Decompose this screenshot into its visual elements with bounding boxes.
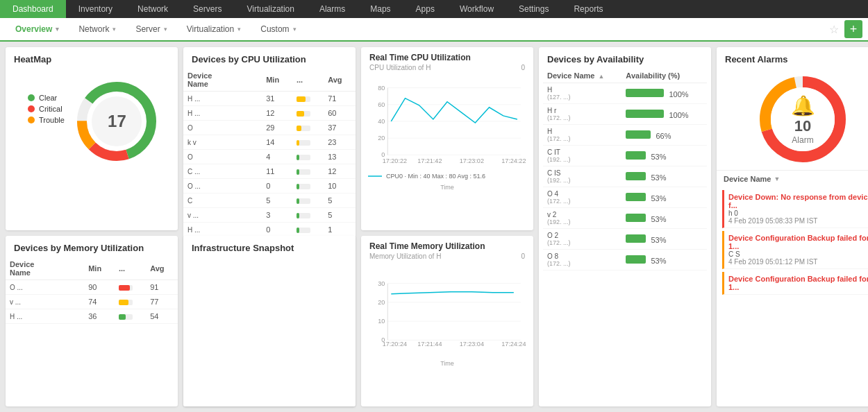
availability-table: Device Name ▲ Availability (%) H (127. .… xyxy=(543,69,707,271)
infra-title: Infrastructure Snapshot xyxy=(183,236,356,257)
chevron-down-icon: ▾ xyxy=(164,26,167,33)
main-content: HeatMap Clear Critical Trouble xyxy=(0,42,868,412)
svg-text:20: 20 xyxy=(378,135,385,141)
table-row: C IT (192. ...) 53% xyxy=(543,146,707,166)
table-row: H ... 0 1 xyxy=(183,223,356,237)
alarm-item[interactable]: Device Configuration Backup failed for 1… xyxy=(722,231,868,269)
svg-text:17:20:22: 17:20:22 xyxy=(383,158,407,165)
heatmap-center: 17 xyxy=(108,112,126,131)
heatmap-content: Clear Critical Trouble xyxy=(6,69,178,174)
svg-text:60: 60 xyxy=(378,101,385,108)
realtime-mem-title: Real Time Memory Utilization xyxy=(361,236,533,252)
second-navigation: Overview ▾ Network ▾ Server ▾ Virtualiza… xyxy=(0,18,868,42)
nav-settings[interactable]: Settings xyxy=(506,0,561,18)
heatmap-panel: HeatMap Clear Critical Trouble xyxy=(6,47,178,230)
cpu-table-scroll[interactable]: DeviceName Min ... Avg H ... 31 71 H ...… xyxy=(183,69,356,237)
cpu-col-dots: ... xyxy=(292,69,324,92)
mem-col-dots: ... xyxy=(115,257,146,280)
table-row: H (172. ...) 66% xyxy=(543,125,707,146)
alarm-donut: 🔔 10 Alarm xyxy=(758,74,848,164)
table-row: H r (172. ...) 100% xyxy=(543,104,707,125)
memory-panel: Devices by Memory Utilization DeviceName… xyxy=(6,236,178,406)
chevron-down-icon: ▾ xyxy=(237,26,241,33)
add-button[interactable]: + xyxy=(844,20,862,38)
tab-virtualization[interactable]: Virtualization ▾ xyxy=(177,18,251,42)
mem-col-min: Min xyxy=(84,257,115,280)
nav-network[interactable]: Network xyxy=(125,0,181,18)
table-row: H ... 31 71 xyxy=(183,92,356,106)
svg-text:30: 30 xyxy=(378,280,385,287)
alarms-title: Recent Alarms xyxy=(717,47,868,69)
avail-col-pct: Availability (%) xyxy=(621,69,707,83)
favorite-icon[interactable]: ☆ xyxy=(829,23,839,36)
nav-reports[interactable]: Reports xyxy=(561,0,615,18)
alarm-bell-icon: 🔔 xyxy=(791,94,815,117)
memory-title: Devices by Memory Utilization xyxy=(6,236,178,257)
cpu-x-axis-label: Time xyxy=(361,184,533,194)
heatmap-donut: 17 xyxy=(75,80,158,163)
table-row: H ... 12 60 xyxy=(183,106,356,121)
table-row: O 4 13 xyxy=(183,150,356,164)
mem-col-avg: Avg xyxy=(146,257,178,280)
alarm-list: Device Down: No response from device f..… xyxy=(717,190,868,295)
table-row: v ... 74 77 xyxy=(6,295,178,309)
svg-text:17:24:22: 17:24:22 xyxy=(501,158,526,165)
nav-workflow[interactable]: Workflow xyxy=(447,0,506,18)
tab-network[interactable]: Network ▾ xyxy=(69,18,126,42)
legend-trouble: Trouble xyxy=(28,116,65,124)
nav-dashboard[interactable]: Dashboard xyxy=(0,0,66,18)
nav-apps[interactable]: Apps xyxy=(403,0,447,18)
table-row: O 8 (172. ...) 53% xyxy=(543,250,707,271)
cpu-col-min: Min xyxy=(262,69,292,92)
trouble-dot xyxy=(28,117,35,123)
tab-overview[interactable]: Overview ▾ xyxy=(6,18,69,42)
memory-table: DeviceName Min ... Avg O ... 90 91 v ...… xyxy=(6,257,178,324)
svg-text:17:24:24: 17:24:24 xyxy=(501,341,526,347)
availability-table-wrap: Device Name ▲ Availability (%) H (127. .… xyxy=(539,69,711,271)
realtime-mem-sub: Memory Utilization of H 0 xyxy=(361,252,533,263)
alarm-label: Alarm xyxy=(791,135,815,145)
table-row: H ... 36 54 xyxy=(6,309,178,324)
table-row: C ... 11 12 xyxy=(183,164,356,179)
second-nav-actions: ☆ + xyxy=(829,20,862,38)
recent-alarms-panel: Recent Alarms 🔔 10 Alarm Device xyxy=(717,47,868,406)
svg-text:17:23:02: 17:23:02 xyxy=(460,158,484,165)
tab-server[interactable]: Server ▾ xyxy=(126,18,176,42)
table-row: C IS (192. ...) 53% xyxy=(543,166,707,187)
alarm-donut-container: 🔔 10 Alarm xyxy=(717,69,868,170)
realtime-mem-chart: 30 20 10 0 17:20:24 17:21:44 17:23:04 17… xyxy=(361,263,533,360)
alarm-item[interactable]: Device Down: No response from device f..… xyxy=(722,190,868,228)
mem-x-axis-label: Time xyxy=(361,360,533,370)
table-row: O 2 (172. ...) 53% xyxy=(543,229,707,250)
realtime-cpu-panel: Real Time CPU Utilization CPU Utilizatio… xyxy=(361,47,533,230)
heatmap-number: 17 xyxy=(108,112,126,130)
tab-custom[interactable]: Custom ▾ xyxy=(251,18,306,42)
nav-servers[interactable]: Servers xyxy=(181,0,234,18)
avail-col-device: Device Name ▲ xyxy=(543,69,621,83)
clear-dot xyxy=(28,94,35,101)
svg-text:17:20:24: 17:20:24 xyxy=(383,341,407,347)
svg-text:17:21:44: 17:21:44 xyxy=(417,341,442,347)
memory-table-wrap: DeviceName Min ... Avg O ... 90 91 v ...… xyxy=(6,257,178,324)
nav-alarms[interactable]: Alarms xyxy=(307,0,358,18)
nav-maps[interactable]: Maps xyxy=(358,0,403,18)
svg-text:10: 10 xyxy=(378,318,385,325)
legend-clear: Clear xyxy=(28,94,65,102)
realtime-memory-panel: Real Time Memory Utilization Memory Util… xyxy=(361,236,533,406)
cpu-panel-title: Devices by CPU Utilization xyxy=(183,47,356,69)
table-row: k v 14 23 xyxy=(183,135,356,150)
svg-text:17:21:42: 17:21:42 xyxy=(417,158,442,165)
table-row: v 2 (192. ...) 53% xyxy=(543,208,707,229)
cpu-chart-svg: 80 60 40 20 0 17:20:22 17:21:42 17:23:02… xyxy=(367,77,528,169)
table-row: O ... 0 10 xyxy=(183,179,356,194)
realtime-cpu-sub: CPU Utilization of H 0 xyxy=(361,64,533,74)
cpu-table: DeviceName Min ... Avg H ... 31 71 H ...… xyxy=(183,69,356,237)
nav-inventory[interactable]: Inventory xyxy=(66,0,125,18)
table-row: C 5 5 xyxy=(183,194,356,208)
nav-virtualization[interactable]: Virtualization xyxy=(234,0,306,18)
availability-panel: Devices by Availability Device Name ▲ Av… xyxy=(539,47,711,406)
alarm-item[interactable]: Device Configuration Backup failed for 1… xyxy=(722,272,868,295)
infra-snapshot-panel: Infrastructure Snapshot xyxy=(183,236,356,406)
table-row: H (127. ...) 100% xyxy=(543,83,707,104)
alarm-center-content: 🔔 10 Alarm xyxy=(791,94,815,145)
